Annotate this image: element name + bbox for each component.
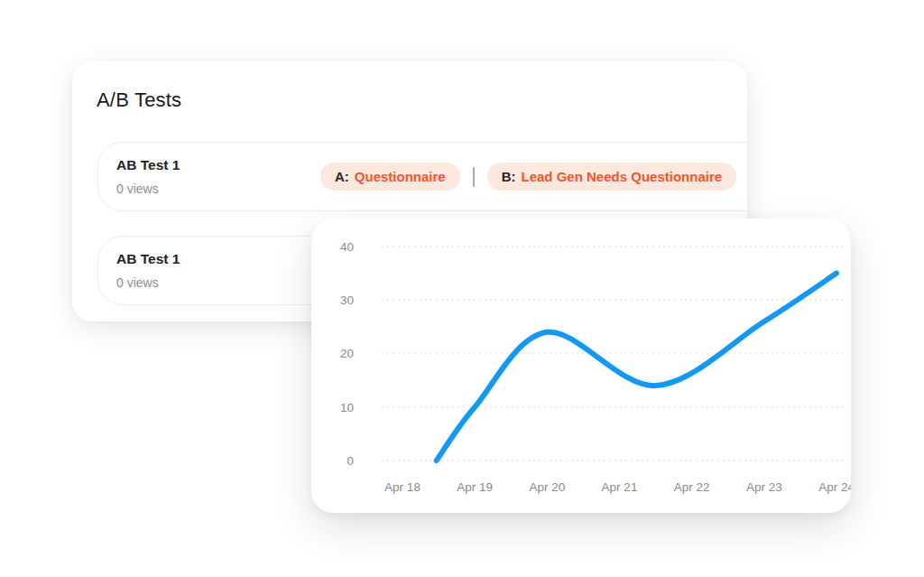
x-tick-label: Apr 21 [602,480,638,494]
page-title: A/B Tests [97,88,181,112]
variant-a-prefix: A: [335,169,349,184]
chart-card: 010203040Apr 18Apr 19Apr 20Apr 21Apr 22A… [311,219,851,513]
x-tick-label: Apr 19 [457,480,493,494]
variant-b-prefix: B: [502,169,516,184]
y-tick-label: 40 [340,240,354,254]
ab-test-row[interactable]: AB Test 1 0 views A: Questionnaire B: Le… [97,142,747,211]
ab-test-views: 0 views [116,275,159,290]
variant-b-badge[interactable]: B: Lead Gen Needs Questionnaire [487,163,736,191]
ab-test-name: AB Test 1 [116,251,180,267]
y-tick-label: 0 [346,454,354,468]
y-tick-label: 20 [340,347,354,360]
x-tick-label: Apr 22 [674,480,710,494]
variant-badges: A: Questionnaire B: Lead Gen Needs Quest… [320,143,736,210]
x-tick-label: Apr 23 [746,480,782,494]
y-tick-label: 30 [340,293,354,307]
x-tick-label: Apr 20 [529,480,565,494]
ab-test-name: AB Test 1 [116,157,180,173]
badge-divider [473,167,475,187]
y-tick-label: 10 [340,401,354,414]
canvas: A/B Tests AB Test 1 0 views A: Questionn… [0,0,924,577]
x-tick-label: Apr 24 [818,480,851,494]
variant-b-label: Lead Gen Needs Questionnaire [522,169,723,184]
views-line-chart: 010203040Apr 18Apr 19Apr 20Apr 21Apr 22A… [311,219,851,513]
variant-a-badge[interactable]: A: Questionnaire [320,163,460,191]
x-tick-label: Apr 18 [384,480,420,494]
line-series-views [437,274,836,461]
ab-test-views: 0 views [116,181,159,196]
variant-a-label: Questionnaire [355,169,446,184]
